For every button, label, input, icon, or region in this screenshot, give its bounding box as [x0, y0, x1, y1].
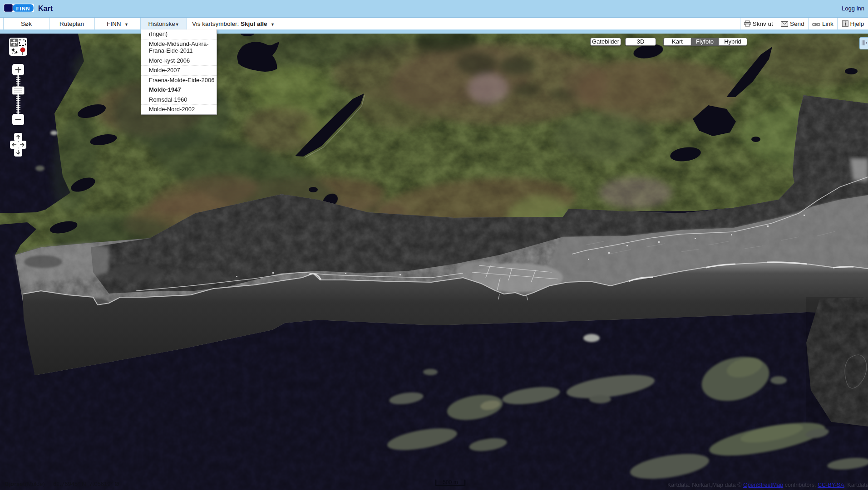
svg-text:500 m: 500 m: [443, 479, 458, 485]
svg-text:FINN: FINN: [16, 6, 30, 11]
